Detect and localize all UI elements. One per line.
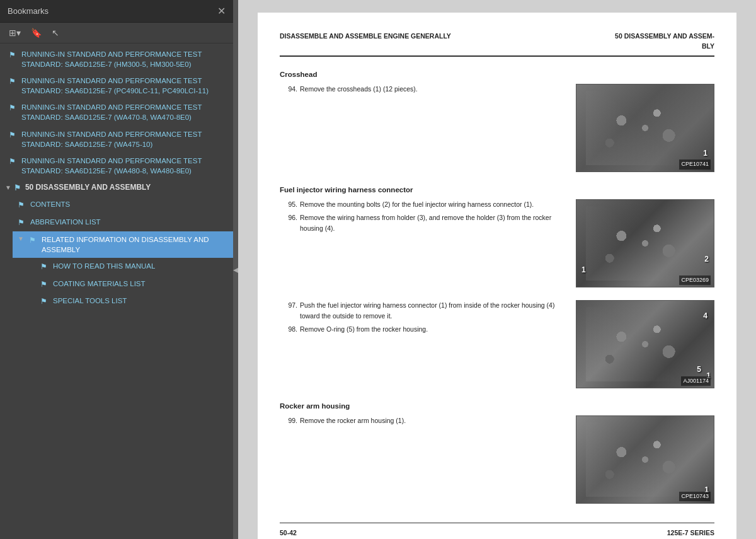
resize-handle[interactable]: ◀: [233, 0, 238, 539]
abbreviation-label: ABBREVIATION LIST: [30, 217, 101, 227]
bookmark-running-in-2[interactable]: ⚑ RUNNING-IN STANDARD AND PERFORMANCE TE…: [0, 72, 233, 99]
bookmark-label: RUNNING-IN STANDARD AND PERFORMANCE TEST…: [21, 76, 227, 96]
layout-toolbar-button[interactable]: ⊞▾: [6, 26, 23, 39]
bookmark-flag-icon: ⚑: [14, 183, 23, 192]
section-rocker-arm-title: Rocker arm housing: [280, 401, 714, 412]
doc-footer: 50-42 125E-7 SERIES: [280, 523, 714, 538]
bookmark-flag-icon: ⚑: [29, 235, 38, 246]
step-99: 99. Remove the rocker arm housing (1).: [280, 415, 566, 426]
coating-materials-label: COATING MATERIALS LIST: [53, 279, 146, 289]
doc-header: DISASSEMBLE AND ASSEMBLE ENGINE GENERALL…: [280, 32, 714, 57]
img-num-1: 1: [703, 148, 707, 159]
step-96: 96. Remove the wiring harness from holde…: [280, 212, 566, 234]
doc-header-right: 50 DISASSEMBLY AND ASSEM-BLY: [615, 32, 714, 52]
bookmark-toolbar-button[interactable]: 🔖: [28, 26, 44, 39]
rocker-arm-img-label: CPE10743: [679, 492, 711, 502]
fuel-injector-img-label: CPE03269: [679, 275, 711, 286]
bookmarks-list: ⚑ RUNNING-IN STANDARD AND PERFORMANCE TE…: [0, 43, 233, 539]
step-97-num: 97.: [280, 300, 297, 322]
bookmark-running-in-4[interactable]: ⚑ RUNNING-IN STANDARD AND PERFORMANCE TE…: [0, 126, 233, 153]
bookmark-flag-icon: ⚑: [9, 50, 18, 61]
section-fuel-injector-title: Fuel injector wiring harness connector: [280, 185, 714, 195]
engine-img-2: 2 1: [576, 200, 714, 287]
bookmark-flag-icon: ⚑: [9, 156, 18, 167]
step-97-text: Push the fuel injector wiring harness co…: [300, 300, 566, 322]
step-98: 98. Remove O-ring (5) from the rocker ho…: [280, 324, 566, 335]
img-num-2b: 1: [581, 264, 586, 275]
doc-page: DISASSEMBLE AND ASSEMBLE ENGINE GENERALL…: [258, 13, 736, 539]
step-99-num: 99.: [280, 415, 297, 426]
engine-img-3: 4 5 1: [576, 301, 714, 388]
bookmark-flag-icon: ⚑: [40, 279, 49, 290]
bookmark-running-in-5[interactable]: ⚑ RUNNING-IN STANDARD AND PERFORMANCE TE…: [0, 153, 233, 179]
fuel-injector-text: 95. Remove the mounting bolts (2) for th…: [280, 199, 566, 287]
bookmark-special-tools[interactable]: ⚑ SPECIAL TOOLS LIST: [35, 293, 233, 310]
engine-img-1: 1: [576, 84, 714, 171]
how-to-read-label: HOW TO READ THIS MANUAL: [53, 261, 155, 271]
layout-icon: ⊞▾: [9, 28, 21, 38]
document-panel[interactable]: DISASSEMBLE AND ASSEMBLE ENGINE GENERALL…: [238, 0, 756, 539]
fuel-injector-2-text: 97. Push the fuel injector wiring harnes…: [280, 300, 566, 388]
bookmark-how-to-read[interactable]: ⚑ HOW TO READ THIS MANUAL: [35, 258, 233, 275]
rocker-arm-image: 1 CPE10743: [576, 415, 714, 504]
rocker-arm-text: 99. Remove the rocker arm housing (1).: [280, 415, 566, 504]
doc-header-left: DISASSEMBLE AND ASSEMBLE ENGINE GENERALL…: [280, 32, 451, 52]
bookmark-label: RUNNING-IN STANDARD AND PERFORMANCE TEST…: [21, 49, 227, 69]
bookmarks-header: Bookmarks ✕: [0, 0, 233, 23]
bookmark-flag-icon: ⚑: [40, 296, 49, 307]
footer-series: 125E-7 SERIES: [667, 528, 714, 538]
fuel-injector-block: 95. Remove the mounting bolts (2) for th…: [280, 199, 714, 287]
fuel-injector-image: 2 1 CPE03269: [576, 199, 714, 287]
step-94-text: Remove the crossheads (1) (12 pieces).: [300, 84, 418, 95]
fuel-injector-2-block: 97. Push the fuel injector wiring harnes…: [280, 300, 714, 388]
step-97: 97. Push the fuel injector wiring harnes…: [280, 300, 566, 322]
bookmark-abbreviation-list[interactable]: ⚑ ABBREVIATION LIST: [13, 214, 233, 231]
crosshead-block: 94. Remove the crossheads (1) (12 pieces…: [280, 84, 714, 172]
footer-page-number: 50-42: [280, 528, 297, 538]
section-label: 50 DISASSEMBLY AND ASSEMBLY: [25, 183, 151, 192]
img-num-2a: 2: [704, 253, 709, 265]
bookmark-contents[interactable]: ⚑ CONTENTS: [13, 196, 233, 214]
bookmark-running-in-1[interactable]: ⚑ RUNNING-IN STANDARD AND PERFORMANCE TE…: [0, 46, 233, 72]
step-94: 94. Remove the crossheads (1) (12 pieces…: [280, 84, 566, 95]
bookmark-flag-icon: ⚑: [40, 262, 49, 272]
cursor-icon: ↖: [52, 28, 59, 38]
step-98-text: Remove O-ring (5) from the rocker housin…: [300, 324, 428, 335]
step-95-text: Remove the mounting bolts (2) for the fu…: [300, 199, 534, 210]
img-num-3b: 5: [697, 364, 701, 375]
step-95: 95. Remove the mounting bolts (2) for th…: [280, 199, 566, 210]
close-button[interactable]: ✕: [217, 5, 226, 17]
bookmark-flag-icon: ⚑: [9, 76, 18, 87]
step-99-text: Remove the rocker arm housing (1).: [300, 415, 406, 426]
rocker-arm-block: 99. Remove the rocker arm housing (1). 1…: [280, 415, 714, 504]
crosshead-img-label: CPE10741: [679, 159, 711, 170]
bookmarks-panel: Bookmarks ✕ ⊞▾ 🔖 ↖ ⚑ RUNNING-IN STANDARD…: [0, 0, 233, 539]
chevron-down-icon: ▼: [5, 184, 11, 191]
fuel-injector-2-img-label: AJ001174: [681, 376, 711, 386]
bookmarks-toolbar: ⊞▾ 🔖 ↖: [0, 23, 233, 43]
step-96-num: 96.: [280, 212, 297, 234]
step-95-num: 95.: [280, 199, 297, 210]
special-tools-label: SPECIAL TOOLS LIST: [53, 296, 127, 306]
related-info-subitems: ⚑ HOW TO READ THIS MANUAL ⚑ COATING MATE…: [13, 258, 233, 310]
bookmark-label: RUNNING-IN STANDARD AND PERFORMANCE TEST…: [21, 102, 227, 122]
fuel-injector-2-image: 4 5 1 AJ001174: [576, 300, 714, 388]
bookmark-flag-icon: ⚑: [18, 217, 26, 228]
cursor-toolbar-button[interactable]: ↖: [49, 26, 62, 39]
bookmark-flag-icon: ⚑: [9, 130, 18, 141]
step-96-text: Remove the wiring harness from holder (3…: [300, 212, 566, 234]
bookmark-related-info[interactable]: ▼ ⚑ RELATED INFORMATION ON DISASSEMBLY A…: [13, 231, 233, 258]
crosshead-image: 1 CPE10741: [576, 84, 714, 172]
bookmark-coating-materials[interactable]: ⚑ COATING MATERIALS LIST: [35, 275, 233, 293]
bookmark-label: RUNNING-IN STANDARD AND PERFORMANCE TEST…: [21, 156, 227, 176]
section-50-disassembly[interactable]: ▼ ⚑ 50 DISASSEMBLY AND ASSEMBLY: [0, 179, 233, 196]
bookmark-running-in-3[interactable]: ⚑ RUNNING-IN STANDARD AND PERFORMANCE TE…: [0, 99, 233, 125]
bookmarks-panel-title: Bookmarks: [8, 6, 49, 16]
bookmark-label: RUNNING-IN STANDARD AND PERFORMANCE TEST…: [21, 129, 227, 149]
img-num-3a: 4: [703, 310, 707, 322]
engine-img-4: 1: [576, 416, 714, 503]
chevron-down-icon: ▼: [18, 235, 24, 243]
crosshead-text: 94. Remove the crossheads (1) (12 pieces…: [280, 84, 566, 172]
step-98-num: 98.: [280, 324, 297, 335]
bookmark-flag-icon: ⚑: [18, 200, 26, 211]
